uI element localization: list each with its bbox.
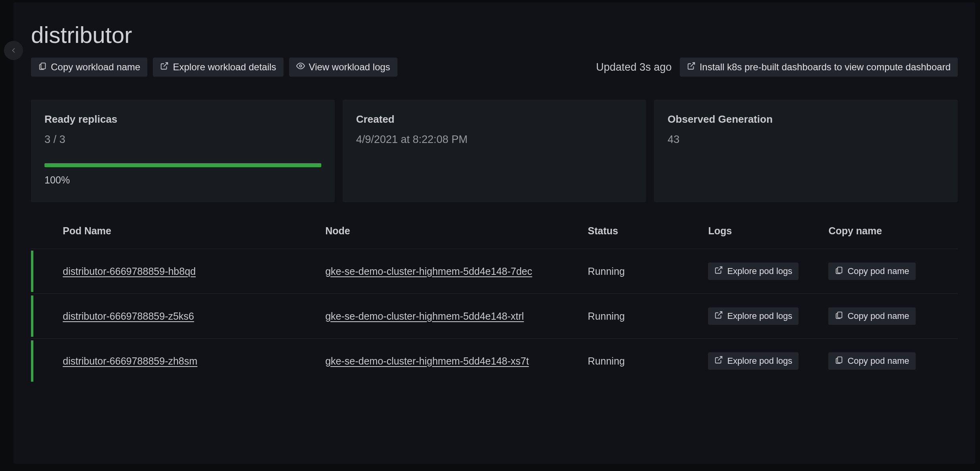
- status-text: Running: [588, 355, 704, 367]
- table-row: distributor-6669788859-hb8qdgke-se-demo-…: [31, 249, 958, 293]
- explore-pod-logs-button[interactable]: Explore pod logs: [708, 263, 799, 280]
- pod-name-link[interactable]: distributor-6669788859-hb8qd: [63, 266, 196, 277]
- observed-generation-title: Observed Generation: [667, 113, 944, 125]
- install-dashboards-label: Install k8s pre-built dashboards to view…: [700, 62, 951, 73]
- pod-table: Pod Name Node Status Logs Copy name dist…: [31, 225, 958, 383]
- workload-panel: distributor Copy workload name Explore w…: [14, 2, 975, 464]
- ready-replicas-title: Ready replicas: [44, 113, 321, 125]
- observed-generation-value: 43: [667, 133, 944, 146]
- clipboard-icon: [835, 266, 843, 277]
- clipboard-icon: [835, 355, 843, 367]
- eye-icon: [296, 62, 305, 73]
- svg-line-3: [691, 63, 694, 67]
- pod-table-header: Pod Name Node Status Logs Copy name: [31, 225, 958, 249]
- explore-pod-logs-label: Explore pod logs: [727, 311, 792, 321]
- node-link[interactable]: gke-se-demo-cluster-highmem-5dd4e148-xs7…: [325, 355, 529, 367]
- status-text: Running: [588, 311, 704, 322]
- copy-pod-name-label: Copy pod name: [847, 356, 909, 366]
- summary-cards: Ready replicas 3 / 3 100% Created 4/9/20…: [31, 100, 958, 202]
- external-link-icon: [687, 62, 696, 73]
- copy-pod-name-button[interactable]: Copy pod name: [828, 352, 915, 370]
- pod-name-link[interactable]: distributor-6669788859-zh8sm: [63, 355, 197, 367]
- table-row: distributor-6669788859-z5ks6gke-se-demo-…: [31, 293, 958, 338]
- view-workload-logs-label: View workload logs: [309, 62, 390, 73]
- observed-generation-card: Observed Generation 43: [654, 100, 958, 202]
- external-link-icon: [714, 266, 723, 277]
- explore-pod-logs-button[interactable]: Explore pod logs: [708, 352, 799, 370]
- svg-line-8: [718, 357, 722, 361]
- pod-name-link[interactable]: distributor-6669788859-z5ks6: [63, 311, 194, 322]
- copy-workload-name-label: Copy workload name: [51, 62, 140, 73]
- toolbar: Copy workload name Explore workload deta…: [31, 58, 958, 77]
- external-link-icon: [714, 355, 723, 367]
- copy-pod-name-label: Copy pod name: [847, 311, 909, 321]
- copy-workload-name-button[interactable]: Copy workload name: [31, 58, 147, 77]
- copy-pod-name-button[interactable]: Copy pod name: [828, 263, 915, 280]
- explore-workload-details-label: Explore workload details: [173, 62, 276, 73]
- view-workload-logs-button[interactable]: View workload logs: [289, 58, 397, 77]
- col-logs: Logs: [708, 225, 824, 237]
- external-link-icon: [160, 62, 169, 73]
- svg-rect-0: [41, 63, 45, 69]
- created-title: Created: [356, 113, 633, 125]
- explore-workload-details-button[interactable]: Explore workload details: [153, 58, 283, 77]
- install-dashboards-button[interactable]: Install k8s pre-built dashboards to view…: [680, 58, 958, 77]
- svg-point-2: [299, 65, 302, 67]
- ready-replicas-card: Ready replicas 3 / 3 100%: [31, 100, 335, 202]
- copy-pod-name-label: Copy pod name: [847, 266, 909, 276]
- table-row: distributor-6669788859-zh8smgke-se-demo-…: [31, 338, 958, 383]
- external-link-icon: [714, 311, 723, 322]
- explore-pod-logs-label: Explore pod logs: [727, 266, 792, 276]
- copy-pod-name-button[interactable]: Copy pod name: [828, 307, 915, 325]
- created-card: Created 4/9/2021 at 8:22:08 PM: [343, 100, 646, 202]
- node-link[interactable]: gke-se-demo-cluster-highmem-5dd4e148-7de…: [325, 266, 532, 277]
- status-text: Running: [588, 266, 704, 277]
- explore-pod-logs-button[interactable]: Explore pod logs: [708, 307, 799, 325]
- svg-line-6: [718, 312, 722, 316]
- ready-replicas-value: 3 / 3: [44, 133, 321, 146]
- clipboard-icon: [38, 62, 47, 73]
- col-pod-name: Pod Name: [63, 225, 321, 237]
- collapse-panel-button[interactable]: [4, 41, 23, 60]
- svg-rect-7: [838, 312, 842, 318]
- svg-rect-9: [838, 357, 842, 363]
- svg-rect-5: [838, 267, 842, 273]
- page-title: distributor: [31, 21, 958, 48]
- explore-pod-logs-label: Explore pod logs: [727, 356, 792, 366]
- ready-replicas-progress: [44, 163, 321, 167]
- clipboard-icon: [835, 311, 843, 322]
- col-status: Status: [588, 225, 704, 237]
- svg-line-1: [164, 63, 168, 67]
- node-link[interactable]: gke-se-demo-cluster-highmem-5dd4e148-xtr…: [325, 311, 524, 322]
- col-node: Node: [325, 225, 584, 237]
- updated-text: Updated 3s ago: [596, 61, 672, 73]
- col-copy-name: Copy name: [828, 225, 958, 237]
- created-value: 4/9/2021 at 8:22:08 PM: [356, 133, 633, 146]
- svg-line-4: [718, 267, 722, 271]
- ready-replicas-progress-label: 100%: [44, 174, 321, 186]
